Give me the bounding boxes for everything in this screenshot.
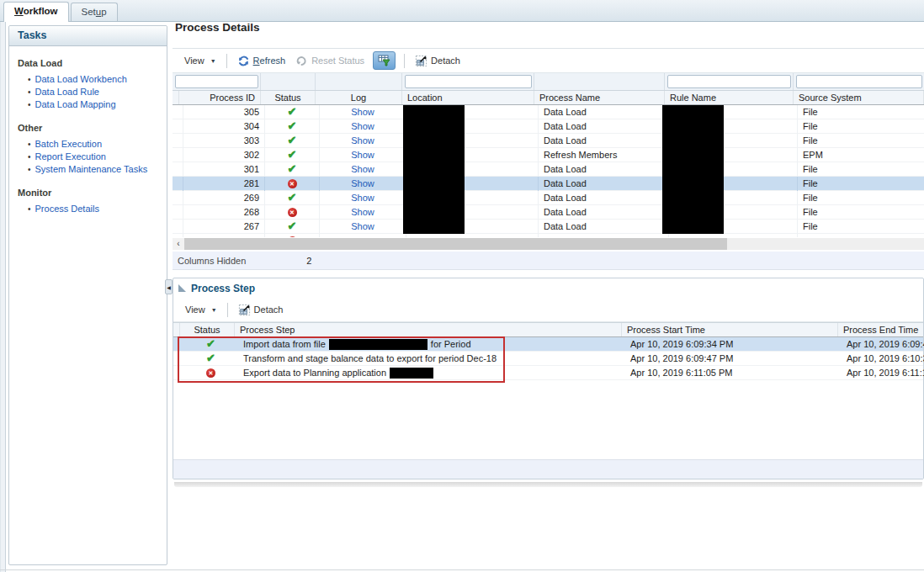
process-name-cell: Data Load bbox=[539, 220, 669, 234]
sidebar-item-data-load-workbench[interactable]: •Data Load Workbench bbox=[18, 73, 162, 86]
log-cell: Show bbox=[320, 162, 406, 177]
filter-process-id-input[interactable] bbox=[175, 75, 258, 88]
chevron-down-icon: ▼ bbox=[211, 307, 217, 313]
filter-cell bbox=[534, 73, 665, 90]
table-row[interactable]: 305 ✔ Show Data Load File bbox=[173, 105, 924, 119]
query-by-example-toggle-button[interactable] bbox=[373, 51, 396, 70]
source-system-cell: File bbox=[798, 134, 924, 148]
table-row[interactable]: 302 ✔ Show Refresh Members EPM bbox=[173, 148, 924, 162]
sidebar-item-process-details[interactable]: •Process Details bbox=[18, 203, 162, 215]
sidebar-item-batch-execution[interactable]: •Batch Execution bbox=[18, 138, 162, 151]
step-status-cell: ✔ bbox=[183, 352, 238, 366]
show-log-link[interactable]: Show bbox=[351, 135, 374, 146]
show-log-link[interactable]: Show bbox=[351, 207, 374, 217]
column-header-status[interactable]: Status bbox=[261, 91, 316, 104]
process-name-cell: Refresh Members bbox=[539, 148, 669, 162]
error-x-icon: ✕ bbox=[288, 179, 297, 188]
column-header-process-name[interactable]: Process Name bbox=[534, 91, 665, 104]
show-log-link[interactable]: Show bbox=[351, 178, 374, 188]
toolbar-separator bbox=[227, 303, 228, 317]
table-row[interactable]: 303 ✔ Show Data Load File bbox=[173, 134, 924, 148]
left-edge-splitter[interactable] bbox=[0, 22, 6, 572]
filter-source-system-input[interactable] bbox=[796, 75, 922, 88]
step-start-time-cell: Apr 10, 2019 6:11:05 PM bbox=[625, 366, 842, 380]
table-row[interactable]: 269 ✔ Show Data Load File bbox=[173, 191, 924, 205]
show-log-link[interactable]: Show bbox=[351, 121, 374, 131]
detach-label: Detach bbox=[431, 56, 460, 66]
show-log-link[interactable]: Show bbox=[351, 164, 374, 174]
success-check-icon: ✔ bbox=[288, 162, 297, 175]
bullet-icon: • bbox=[28, 151, 31, 163]
step-table-row[interactable]: ✔ Transform and stage balance data to ex… bbox=[173, 352, 923, 366]
sidebar-item-data-load-rule[interactable]: •Data Load Rule bbox=[18, 86, 162, 98]
reset-status-button[interactable]: Reset Status bbox=[290, 55, 369, 67]
sidebar-item-report-execution[interactable]: •Report Execution bbox=[18, 151, 162, 163]
sidebar-link-system-maintenance-tasks[interactable]: System Maintenance Tasks bbox=[35, 163, 148, 175]
sidebar-item-system-maintenance-tasks[interactable]: •System Maintenance Tasks bbox=[18, 163, 162, 176]
step-table-row[interactable]: ✕ Export data to Planning application Ap… bbox=[173, 366, 923, 380]
status-cell: ✔ bbox=[265, 105, 320, 119]
step-column-header-process-start-time[interactable]: Process Start Time bbox=[622, 323, 838, 336]
reset-status-icon bbox=[295, 55, 308, 67]
column-header-location[interactable]: Location bbox=[402, 91, 534, 104]
column-header-rule-name[interactable]: Rule Name bbox=[665, 91, 794, 104]
table-row[interactable]: 281 ✕ Show Data Load File bbox=[173, 177, 924, 191]
sidebar-link-data-load-mapping[interactable]: Data Load Mapping bbox=[35, 98, 116, 110]
column-header-source-system[interactable]: Source System bbox=[794, 91, 924, 104]
process-step-toolbar: View▼ Detach bbox=[173, 298, 923, 322]
reset-status-label: Reset Status bbox=[311, 56, 364, 66]
log-cell: Show bbox=[320, 220, 406, 234]
step-column-header-status[interactable]: Status bbox=[180, 323, 235, 336]
show-log-link[interactable]: Show bbox=[351, 107, 374, 117]
sidebar-link-data-load-rule[interactable]: Data Load Rule bbox=[35, 86, 99, 98]
sidebar-link-data-load-workbench[interactable]: Data Load Workbench bbox=[35, 73, 127, 85]
section-heading-data-load: Data Load bbox=[18, 58, 162, 68]
step-view-menu-button[interactable]: View▼ bbox=[180, 305, 222, 315]
row-gutter-cell bbox=[173, 366, 183, 380]
step-column-header-process-end-time[interactable]: Process End Time bbox=[838, 323, 924, 336]
filter-cell bbox=[261, 73, 316, 90]
sidebar-link-process-details[interactable]: Process Details bbox=[35, 203, 99, 214]
process-name-cell: Data Load bbox=[539, 191, 669, 205]
success-check-icon: ✔ bbox=[288, 119, 297, 132]
step-detach-button[interactable]: Detach bbox=[233, 304, 289, 316]
refresh-button[interactable]: Refresh bbox=[232, 55, 291, 67]
table-footer-bar: Columns Hidden 2 bbox=[173, 252, 924, 270]
status-cell: ✔ bbox=[265, 148, 320, 162]
process-id-cell: 269 bbox=[183, 191, 265, 205]
step-column-header-process-step[interactable]: Process Step bbox=[235, 323, 622, 336]
detach-button[interactable]: Detach bbox=[410, 55, 465, 67]
sidebar-link-batch-execution[interactable]: Batch Execution bbox=[35, 138, 103, 150]
step-table-row[interactable]: ✔ Import data from filefor Period Apr 10… bbox=[173, 337, 923, 352]
scroll-left-arrow-icon[interactable]: ‹ bbox=[173, 238, 184, 250]
sidebar-item-data-load-mapping[interactable]: •Data Load Mapping bbox=[18, 98, 162, 111]
table-row[interactable]: 267 ✔ Show Data Load File bbox=[173, 220, 924, 234]
sidebar-link-report-execution[interactable]: Report Execution bbox=[35, 151, 106, 162]
show-log-link[interactable]: Show bbox=[351, 221, 374, 231]
filter-cell bbox=[316, 73, 402, 90]
scrollbar-thumb[interactable] bbox=[184, 238, 727, 250]
horizontal-scrollbar[interactable]: ‹ bbox=[173, 238, 924, 250]
step-table-body: ✔ Import data from filefor Period Apr 10… bbox=[173, 337, 923, 384]
table-row[interactable]: 301 ✔ Show Data Load File bbox=[173, 162, 924, 177]
process-step-header[interactable]: Process Step bbox=[173, 278, 923, 298]
filter-rule-name-input[interactable] bbox=[667, 75, 791, 88]
table-row[interactable]: 268 ✕ Show Data Load File bbox=[173, 205, 924, 220]
view-menu-button[interactable]: View▼ bbox=[179, 56, 221, 66]
tasks-panel-body: Data Load•Data Load Workbench•Data Load … bbox=[9, 46, 167, 215]
source-system-cell: File bbox=[798, 205, 924, 220]
filter-location-input[interactable] bbox=[405, 75, 532, 88]
column-header-log[interactable]: Log bbox=[316, 91, 402, 104]
column-header-process-id[interactable]: Process ID bbox=[179, 91, 261, 104]
panel-splitter-handle[interactable]: ◀ bbox=[165, 279, 173, 294]
tab-setup[interactable]: Setup bbox=[71, 3, 118, 21]
show-log-link[interactable]: Show bbox=[351, 193, 374, 203]
show-log-link[interactable]: Show bbox=[351, 150, 374, 160]
table-row[interactable]: ✕ bbox=[173, 234, 924, 237]
table-row[interactable]: 304 ✔ Show Data Load File bbox=[173, 119, 924, 134]
process-id-cell: 301 bbox=[183, 162, 265, 177]
process-name-cell: Data Load bbox=[539, 162, 669, 177]
table-funnel-icon bbox=[378, 55, 391, 66]
success-check-icon: ✔ bbox=[288, 134, 297, 146]
tab-workflow[interactable]: Workflow bbox=[3, 2, 69, 22]
